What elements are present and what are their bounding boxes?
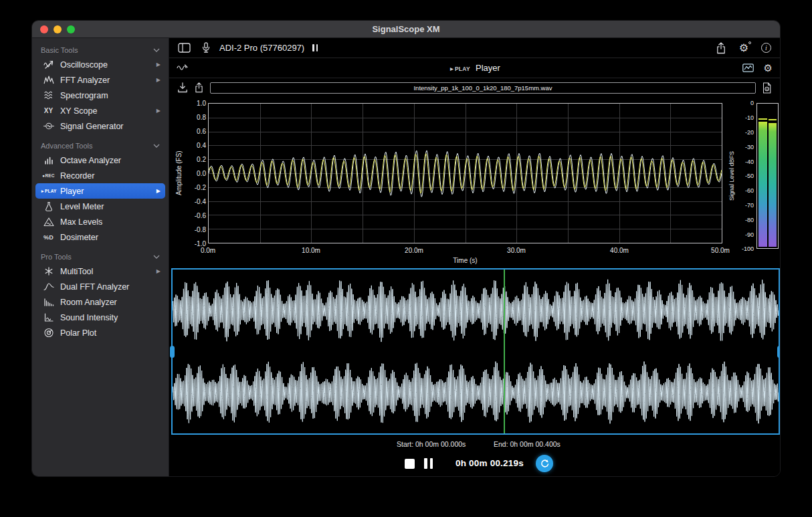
sidebar-item-room-analyzer[interactable]: Room Analyzer: [35, 294, 165, 310]
record-icon: ●REC: [40, 173, 57, 178]
sound-intensity-icon: [40, 312, 57, 322]
file-info-icon[interactable]: [762, 82, 772, 94]
level-meter-icon: [40, 201, 57, 211]
waveform-chart: Amplitude (FS) 1.0 0.8 0.6 0.4 0.2 0.0 -…: [169, 97, 780, 268]
room-analyzer-icon: [40, 297, 57, 307]
chevron-right-icon: ▶: [157, 77, 161, 83]
zoom-button[interactable]: [67, 25, 75, 33]
transport-controls: 0h 00m 00.219s: [169, 453, 780, 475]
chevron-right-icon: ▶: [157, 108, 161, 114]
meter-bar-left: [758, 105, 767, 247]
file-name-field[interactable]: [210, 82, 756, 94]
signal-generator-icon: [40, 121, 57, 131]
x-axis-ticks: 0.0m 10.0m 20.0m 30.0m 40.0m 50.0m: [169, 247, 780, 255]
export-share-icon[interactable]: [194, 82, 204, 93]
app-window: SignalScope XM Basic Tools Oscilloscope …: [31, 20, 781, 477]
selection-start-label: Start: 0h 00m 00.000s: [397, 440, 466, 448]
file-overview[interactable]: [171, 268, 780, 435]
sidebar-item-dosimeter[interactable]: %D Dosimeter: [35, 229, 165, 245]
minimize-button[interactable]: [54, 25, 62, 33]
sidebar: Basic Tools Oscilloscope ▶ FFT Analyzer …: [32, 38, 169, 476]
sidebar-item-max-levels[interactable]: Max Levels: [35, 214, 165, 229]
sidebar-toggle-icon[interactable]: [178, 43, 191, 53]
titlebar: SignalScope XM: [32, 21, 780, 38]
chevron-right-icon: ▶: [157, 188, 161, 194]
fft-analyzer-icon: [40, 75, 57, 85]
microphone-icon[interactable]: [201, 42, 211, 54]
stop-button[interactable]: [405, 459, 415, 469]
waveform-plot: [208, 103, 722, 243]
window-title: SignalScope XM: [372, 24, 439, 34]
sidebar-item-sound-intensity[interactable]: Sound Intensity: [35, 310, 165, 325]
play-badge: ►PLAY: [449, 66, 470, 72]
sidebar-section-advanced-tools[interactable]: Advanced Tools: [32, 138, 169, 152]
overview-canvas[interactable]: [173, 270, 779, 433]
y-axis-ticks: 1.0 0.8 0.6 0.4 0.2 0.0 -0.2 -0.4 -0.6 -…: [184, 103, 206, 243]
sidebar-item-spectrogram[interactable]: Spectrogram: [35, 88, 165, 103]
dosimeter-icon: %D: [40, 234, 57, 241]
meter-ticks: 0 -10 -20 -30 -40 -50 -60 -70 -80 -90 -1…: [736, 103, 754, 249]
meter-bar-fill: [758, 122, 767, 247]
share-icon[interactable]: [716, 42, 726, 54]
meter-bar-right: [769, 105, 777, 247]
panel-title: Player: [476, 63, 500, 73]
xy-scope-icon: XY: [40, 107, 57, 114]
chevron-down-icon: [153, 144, 160, 148]
meter-axis-title: Signal Level dBFS: [728, 103, 736, 249]
info-icon[interactable]: i: [761, 43, 771, 53]
sidebar-item-player[interactable]: ►PLAY Player ▶: [35, 183, 165, 199]
sidebar-item-level-meter[interactable]: Level Meter: [35, 199, 165, 214]
meter-peak: [769, 119, 777, 120]
loop-button[interactable]: [536, 455, 553, 472]
chevron-right-icon: ▶: [157, 62, 161, 68]
pause-button[interactable]: [424, 458, 433, 469]
playhead[interactable]: [504, 270, 505, 433]
chevron-down-icon: [153, 255, 160, 259]
x-axis-title: Time (s): [208, 257, 722, 264]
meter-bar-fill: [769, 123, 777, 247]
chart-view-icon[interactable]: [742, 64, 754, 72]
settings-gear-icon[interactable]: ⚙: [739, 43, 748, 54]
device-toolbar: ADI-2 Pro (57760297) ⚙ i: [169, 38, 780, 58]
signal-level-meter: [756, 103, 779, 249]
octave-analyzer-icon: [40, 155, 57, 165]
panel-settings-gear-icon[interactable]: ⚙: [764, 63, 773, 73]
settings-badge-icon: [748, 41, 751, 44]
spectrogram-icon: [40, 90, 57, 100]
chevron-down-icon: [153, 48, 160, 52]
sidebar-item-xy-scope[interactable]: XY XY Scope ▶: [35, 103, 165, 118]
screen: SignalScope XM Basic Tools Oscilloscope …: [0, 0, 812, 517]
sidebar-item-dual-fft-analyzer[interactable]: Dual FFT Analyzer: [35, 279, 165, 294]
waveform-edit-icon[interactable]: [177, 64, 189, 72]
oscilloscope-icon: [40, 60, 57, 70]
sidebar-item-recorder[interactable]: ●REC Recorder: [35, 168, 165, 183]
main-area: ADI-2 Pro (57760297) ⚙ i ►PLAY Player: [169, 38, 780, 476]
sidebar-section-pro-tools[interactable]: Pro Tools: [32, 249, 169, 264]
sidebar-item-multitool[interactable]: MultiTool ▶: [35, 264, 165, 279]
play-icon: ►PLAY: [40, 189, 57, 193]
y-axis-title: Amplitude (FS): [175, 103, 183, 243]
chevron-right-icon: ▶: [157, 268, 161, 274]
sidebar-item-oscilloscope[interactable]: Oscilloscope ▶: [35, 57, 165, 72]
sidebar-item-fft-analyzer[interactable]: FFT Analyzer ▶: [35, 72, 165, 88]
waveform-plot-canvas: [209, 104, 722, 243]
sidebar-item-octave-analyzer[interactable]: Octave Analyzer: [35, 152, 165, 168]
selection-start-handle[interactable]: [170, 346, 175, 358]
selection-end-handle[interactable]: [777, 346, 781, 358]
close-button[interactable]: [40, 25, 48, 33]
multitool-icon: [40, 266, 57, 276]
meter-peak: [758, 118, 767, 120]
sidebar-item-signal-generator[interactable]: Signal Generator: [35, 118, 165, 134]
device-name[interactable]: ADI-2 Pro (57760297): [219, 43, 304, 53]
current-time: 0h 00m 00.219s: [455, 458, 524, 468]
selection-labels: Start: 0h 00m 00.000s End: 0h 00m 00.400…: [169, 440, 780, 449]
sidebar-item-polar-plot[interactable]: Polar Plot: [35, 325, 165, 340]
import-download-icon[interactable]: [177, 82, 188, 93]
polar-plot-icon: [40, 328, 57, 338]
dual-fft-icon: [40, 282, 57, 292]
loop-icon: [540, 459, 550, 469]
sidebar-section-basic-tools[interactable]: Basic Tools: [32, 43, 169, 57]
file-row: [169, 78, 780, 97]
traffic-lights: [40, 25, 75, 33]
device-pause-icon[interactable]: [312, 44, 318, 51]
